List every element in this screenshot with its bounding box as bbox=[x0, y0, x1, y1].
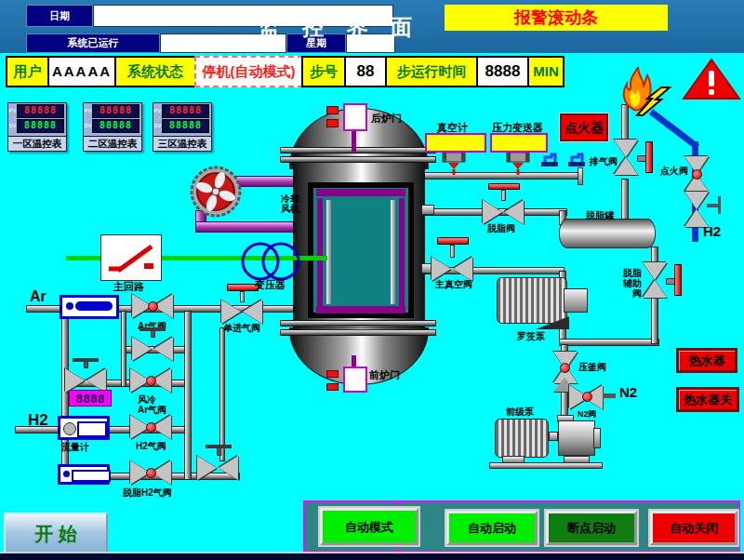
pipe-mid-riser bbox=[184, 311, 192, 480]
heater-bar-bottom bbox=[316, 306, 405, 313]
header-bar: 日期 系统已运行 星期 监 控 界 面 报警滚动条 bbox=[0, 0, 744, 53]
front-door-lamp bbox=[326, 383, 339, 391]
ar-flow-instrument bbox=[60, 295, 119, 319]
vacuum-sensor-icon bbox=[441, 153, 467, 175]
auto-start-button[interactable]: 自动启动 bbox=[446, 511, 538, 545]
controller-title: 一区温控表 bbox=[8, 136, 66, 151]
warning-triangle-icon bbox=[682, 58, 741, 100]
flow-meter-label: 流量计 bbox=[61, 442, 89, 452]
auto-mode-button[interactable]: 自动模式 bbox=[320, 508, 418, 545]
bottom-instrument bbox=[58, 464, 110, 485]
pipe-sub-riser bbox=[121, 311, 126, 387]
date-label: 日期 bbox=[26, 5, 93, 27]
pipe-end-cap bbox=[578, 167, 583, 185]
pv-display: 88888 bbox=[92, 104, 140, 118]
step-value: 88 bbox=[344, 56, 387, 87]
sv-tag: SV bbox=[153, 123, 162, 128]
hot-water-button[interactable]: 热水器 bbox=[676, 348, 737, 373]
pipe-sensor-line bbox=[415, 172, 582, 180]
degrease-tank bbox=[559, 219, 656, 248]
h2-gas-valve-label: H2气阀 bbox=[136, 441, 166, 451]
main-circuit-breaker[interactable] bbox=[100, 234, 162, 281]
front-door-indicator[interactable] bbox=[343, 367, 367, 393]
pressure-transmitter-label: 压力变送器 bbox=[492, 123, 543, 133]
step-time-unit: MIN bbox=[527, 56, 565, 87]
breaker-icon bbox=[101, 235, 159, 278]
fore-pump-label: 前级泵 bbox=[506, 407, 534, 417]
exhaust-valve-label: 排气阀 bbox=[590, 156, 618, 167]
step-label: 步号 bbox=[301, 56, 346, 87]
main-vacuum-valve-label: 主真空阀 bbox=[435, 279, 472, 289]
system-state-label: 系统状态 bbox=[114, 56, 196, 87]
transformer-icon bbox=[236, 238, 305, 285]
air-cooled-ar-valve-label: 风冷 Ar气阀 bbox=[138, 394, 166, 415]
heater-rod bbox=[326, 200, 331, 304]
roots-pump-label: 罗茨泵 bbox=[517, 331, 545, 341]
degrease-valve-label: 脱脂阀 bbox=[487, 223, 515, 233]
cooling-fan-icon[interactable] bbox=[190, 166, 242, 218]
temp-controller-zone2[interactable]: PV88888 SV88888 二区温控表 bbox=[83, 102, 142, 152]
auto-close-button[interactable]: 自动关闭 bbox=[650, 511, 737, 545]
pressure-sensor-icon bbox=[505, 153, 531, 175]
n2-line-tick bbox=[603, 393, 616, 398]
flow-value-display: 8888 bbox=[69, 390, 112, 407]
step-time-value: 8888 bbox=[476, 56, 529, 87]
front-door-label: 前炉门 bbox=[369, 370, 400, 380]
pressure-transmitter-display bbox=[490, 133, 548, 153]
fore-pump-base bbox=[489, 462, 603, 469]
rear-door-indicator[interactable] bbox=[343, 103, 367, 131]
n2-valve-label: N2阀 bbox=[578, 409, 597, 420]
furnace-flange bbox=[280, 320, 436, 327]
temp-controller-zone3[interactable]: PV88888 SV88888 三区温控表 bbox=[153, 102, 212, 152]
furnace-nozzle bbox=[421, 205, 434, 215]
rear-door-lamp bbox=[326, 119, 339, 127]
alarm-scroll-banner: 报警滚动条 bbox=[445, 5, 668, 31]
rear-door-lamp bbox=[326, 106, 339, 114]
pipe-left-riser bbox=[61, 311, 69, 480]
heater-rod bbox=[399, 198, 405, 306]
hot-water-off-button[interactable]: 热水器关 bbox=[676, 387, 739, 412]
pv-display: 88888 bbox=[17, 104, 64, 118]
faucet-icon bbox=[540, 151, 559, 167]
fore-pump-body bbox=[558, 420, 595, 456]
h2-right-label: H2 bbox=[703, 223, 721, 239]
page-title: 监 控 界 面 bbox=[232, 13, 446, 42]
pv-display: 88888 bbox=[162, 104, 209, 118]
furnace-flange bbox=[280, 156, 436, 163]
h2-left-label: H2 bbox=[28, 411, 48, 430]
fore-pump-motor bbox=[495, 419, 549, 458]
user-value[interactable]: AAAAA bbox=[47, 56, 116, 87]
rear-door-label: 后炉门 bbox=[371, 113, 402, 124]
furnace-chamber bbox=[308, 182, 414, 318]
sv-display: 88888 bbox=[92, 119, 140, 133]
pipe-exhaust-down bbox=[621, 179, 629, 223]
controller-title: 二区温控表 bbox=[84, 136, 141, 151]
autoclave-valve-label: 压釜阀 bbox=[578, 362, 606, 372]
start-button[interactable]: 开 始 bbox=[4, 513, 108, 554]
roots-pump-skid bbox=[536, 316, 569, 329]
degrease-aux-valve-label: 脱脂 辅助阀 bbox=[619, 268, 642, 299]
h2-supply-bar bbox=[718, 196, 721, 214]
user-label: 用户 bbox=[6, 56, 49, 87]
step-time-label: 步运行时间 bbox=[385, 56, 478, 87]
furnace-flange bbox=[280, 147, 436, 153]
fore-pump-coupling bbox=[549, 432, 558, 441]
heater-bar-top bbox=[316, 189, 405, 196]
n2-label: N2 bbox=[619, 384, 637, 400]
heater-rod bbox=[391, 200, 395, 304]
vacuum-gauge-label: 真空计 bbox=[437, 123, 468, 133]
degrease-h2-valve-label: 脱脂H2气阀 bbox=[123, 487, 172, 498]
pv-tag: PV bbox=[84, 108, 92, 113]
faucet-icon bbox=[567, 151, 586, 167]
vacuum-gauge-display bbox=[425, 133, 486, 153]
bottom-bar bbox=[0, 553, 744, 560]
igniter-button[interactable]: 点火器 bbox=[560, 113, 608, 141]
temp-controller-zone1[interactable]: PV88888 SV88888 一区温控表 bbox=[7, 102, 67, 152]
transformer-label: 变压器 bbox=[255, 280, 286, 290]
cooling-fan-label: 冷却 风机 bbox=[281, 193, 299, 214]
breakpoint-start-button[interactable]: 断点启动 bbox=[546, 511, 637, 545]
furnace-flange bbox=[280, 329, 436, 336]
degrease-tank-label: 脱脂罐 bbox=[586, 210, 614, 220]
pipe-aux-down bbox=[651, 296, 658, 344]
sv-tag: SV bbox=[8, 123, 17, 128]
